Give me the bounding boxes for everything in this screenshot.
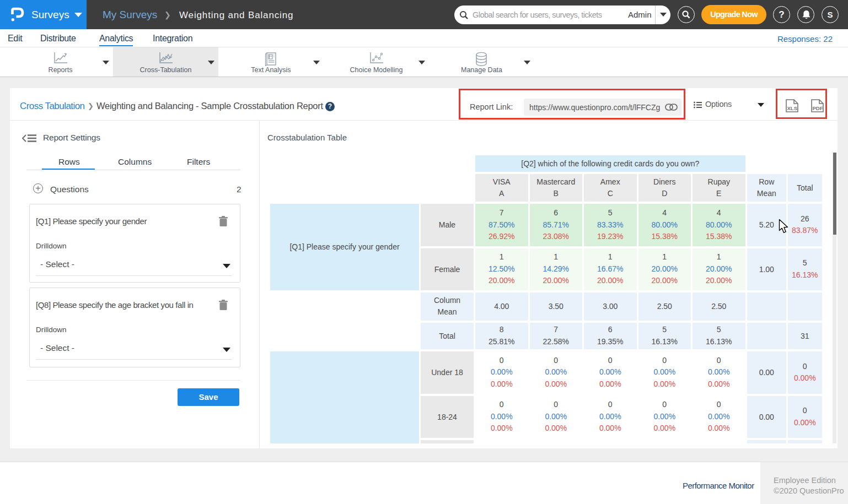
svg-text:XLS: XLS bbox=[787, 105, 797, 111]
svg-text:PDF: PDF bbox=[813, 105, 823, 111]
